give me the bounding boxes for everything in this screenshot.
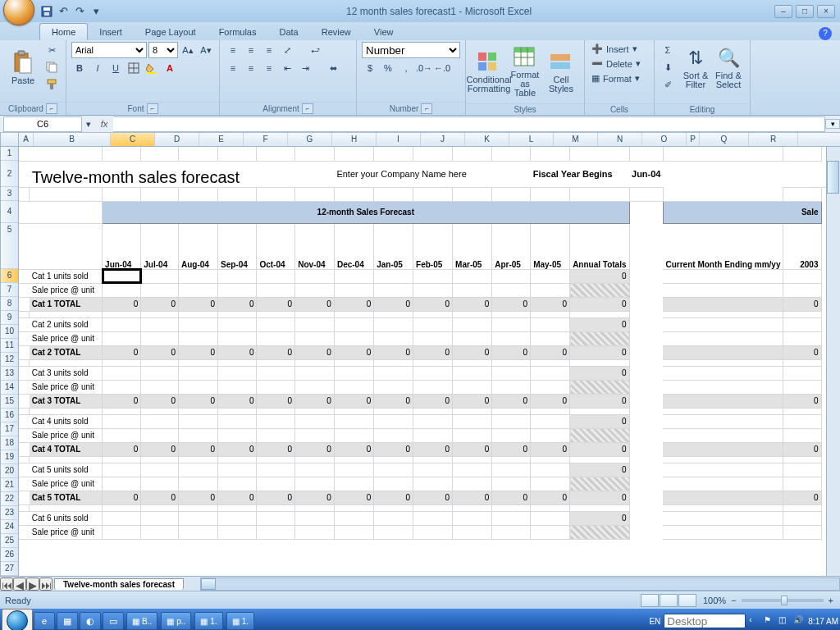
row-header-23[interactable]: 23 bbox=[1, 506, 18, 520]
cut-icon[interactable]: ✂ bbox=[43, 42, 61, 58]
show-desktop-icon[interactable]: ▭ bbox=[103, 612, 124, 630]
name-box[interactable] bbox=[3, 116, 82, 132]
taskbar-task-2[interactable]: ▦1. bbox=[194, 612, 222, 630]
font-size-combo[interactable]: 8 bbox=[148, 42, 178, 58]
next-sheet-icon[interactable]: ▶ bbox=[26, 578, 39, 591]
shrink-font-icon[interactable]: A▾ bbox=[198, 42, 214, 58]
namebox-dropdown-icon[interactable]: ▾ bbox=[82, 117, 95, 131]
font-color-icon[interactable]: A bbox=[162, 60, 178, 76]
row-header-6[interactable]: 6 bbox=[1, 269, 18, 283]
clipboard-launcher[interactable]: ⌐ bbox=[46, 103, 57, 114]
align-center-icon[interactable]: ≡ bbox=[243, 60, 259, 76]
zoom-out-icon[interactable]: − bbox=[729, 594, 737, 607]
tab-view[interactable]: View bbox=[363, 24, 405, 40]
number-launcher[interactable]: ⌐ bbox=[421, 103, 432, 114]
row-header-10[interactable]: 10 bbox=[1, 325, 18, 339]
row-header-9[interactable]: 9 bbox=[1, 311, 18, 325]
bold-button[interactable]: B bbox=[71, 60, 88, 76]
find-select-button[interactable]: 🔍Find & Select bbox=[712, 42, 745, 93]
col-header-L[interactable]: L bbox=[509, 133, 554, 146]
help-icon[interactable]: ? bbox=[819, 27, 832, 40]
col-header-N[interactable]: N bbox=[598, 133, 642, 146]
taskbar-task-3[interactable]: ▦1. bbox=[226, 612, 254, 630]
cell-styles-button[interactable]: Cell Styles bbox=[543, 42, 579, 100]
row-header-14[interactable]: 14 bbox=[1, 381, 18, 395]
col-header-F[interactable]: F bbox=[244, 133, 288, 146]
tray-flag-icon[interactable]: ⚑ bbox=[764, 615, 775, 627]
minimize-button[interactable]: – bbox=[774, 5, 792, 18]
percent-icon[interactable]: % bbox=[380, 60, 396, 76]
col-header-P[interactable]: P bbox=[687, 133, 700, 146]
tab-home[interactable]: Home bbox=[39, 23, 88, 40]
row-header-13[interactable]: 13 bbox=[1, 367, 18, 381]
tab-page-layout[interactable]: Page Layout bbox=[134, 24, 208, 40]
align-left-icon[interactable]: ≡ bbox=[225, 60, 241, 76]
col-header-B[interactable]: B bbox=[34, 133, 111, 146]
delete-cells-button[interactable]: ➖Delete ▾ bbox=[590, 57, 649, 71]
row-header-24[interactable]: 24 bbox=[1, 520, 18, 534]
taskbar-task-0[interactable]: ▦B.. bbox=[126, 612, 158, 630]
row-header-17[interactable]: 17 bbox=[1, 422, 18, 436]
horizontal-scrollbar[interactable] bbox=[200, 578, 840, 591]
row-header-15[interactable]: 15 bbox=[1, 395, 18, 409]
align-top-icon[interactable]: ≡ bbox=[225, 42, 241, 58]
clock[interactable]: 8:17 AM bbox=[808, 617, 838, 626]
row-header-16[interactable]: 16 bbox=[1, 409, 18, 422]
first-sheet-icon[interactable]: ⏮ bbox=[0, 578, 13, 591]
row-header-1[interactable]: 1 bbox=[1, 147, 18, 161]
undo-icon[interactable]: ↶ bbox=[56, 4, 71, 19]
tab-review[interactable]: Review bbox=[310, 24, 363, 40]
col-header-K[interactable]: K bbox=[465, 133, 509, 146]
hscroll-thumb[interactable] bbox=[201, 578, 216, 590]
currency-icon[interactable]: $ bbox=[362, 60, 378, 76]
align-bottom-icon[interactable]: ≡ bbox=[261, 42, 277, 58]
formula-input[interactable] bbox=[113, 116, 825, 132]
col-header-I[interactable]: I bbox=[377, 133, 421, 146]
col-header-R[interactable]: R bbox=[749, 133, 798, 146]
row-header-20[interactable]: 20 bbox=[1, 464, 18, 478]
normal-view-icon[interactable] bbox=[641, 594, 659, 607]
row-header-11[interactable]: 11 bbox=[1, 339, 18, 353]
last-sheet-icon[interactable]: ⏭ bbox=[39, 578, 52, 591]
format-painter-icon[interactable] bbox=[43, 76, 61, 93]
col-header-E[interactable]: E bbox=[199, 133, 244, 146]
redo-icon[interactable]: ↷ bbox=[72, 4, 87, 19]
explorer-icon[interactable]: ▦ bbox=[57, 612, 78, 630]
underline-button[interactable]: U bbox=[107, 60, 124, 76]
tab-insert[interactable]: Insert bbox=[88, 24, 134, 40]
borders-icon[interactable] bbox=[126, 60, 142, 76]
sort-filter-button[interactable]: ⇅Sort & Filter bbox=[679, 42, 712, 93]
row-header-12[interactable]: 12 bbox=[1, 353, 18, 367]
number-format-combo[interactable]: Number bbox=[362, 42, 460, 58]
start-button[interactable] bbox=[2, 609, 33, 630]
qat-dropdown-icon[interactable]: ▾ bbox=[89, 4, 103, 19]
tray-chevron-icon[interactable]: ‹ bbox=[749, 615, 760, 627]
col-header-D[interactable]: D bbox=[155, 133, 199, 146]
scroll-thumb[interactable] bbox=[827, 161, 839, 194]
page-break-view-icon[interactable] bbox=[678, 594, 696, 607]
row-header-21[interactable]: 21 bbox=[1, 478, 18, 492]
fill-color-icon[interactable] bbox=[144, 60, 160, 76]
row-header-4[interactable]: 4 bbox=[1, 201, 18, 223]
col-header-C[interactable]: C bbox=[111, 133, 155, 146]
row-header-18[interactable]: 18 bbox=[1, 436, 18, 450]
fill-icon[interactable]: ⬇ bbox=[660, 59, 676, 75]
vertical-scrollbar[interactable] bbox=[826, 147, 840, 576]
select-all-corner[interactable] bbox=[1, 133, 19, 146]
desktop-search[interactable] bbox=[664, 614, 746, 628]
maximize-button[interactable]: □ bbox=[796, 5, 814, 18]
align-right-icon[interactable]: ≡ bbox=[261, 60, 277, 76]
comma-icon[interactable]: , bbox=[398, 60, 414, 76]
wrap-text-icon[interactable]: ⮐ bbox=[297, 43, 333, 57]
close-button[interactable]: × bbox=[817, 5, 835, 18]
expand-formula-bar-icon[interactable]: ▾ bbox=[825, 119, 840, 129]
lang-indicator[interactable]: EN bbox=[649, 617, 660, 626]
office-button[interactable] bbox=[3, 0, 34, 25]
merge-center-icon[interactable]: ⬌ bbox=[315, 62, 351, 75]
col-header-M[interactable]: M bbox=[554, 133, 598, 146]
col-header-A[interactable]: A bbox=[19, 133, 34, 146]
zoom-thumb[interactable] bbox=[781, 596, 788, 605]
row-header-3[interactable]: 3 bbox=[1, 187, 18, 201]
row-header-19[interactable]: 19 bbox=[1, 450, 18, 464]
ie-icon[interactable]: e bbox=[34, 612, 55, 630]
